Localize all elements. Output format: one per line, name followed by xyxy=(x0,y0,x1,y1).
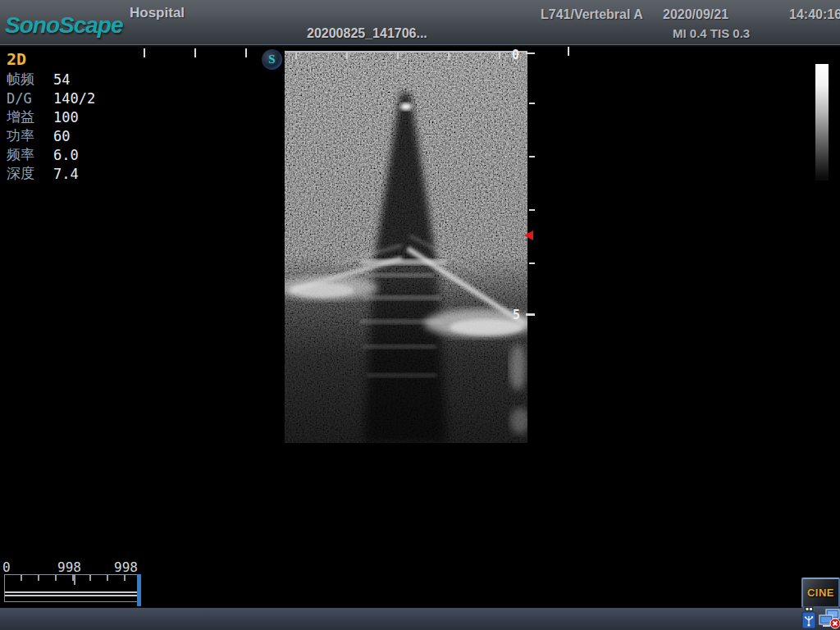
width-ruler-tick xyxy=(568,47,569,56)
mode-label: 2D xyxy=(7,49,95,70)
exam-date: 2020/09/21 xyxy=(663,7,728,22)
depth-ruler-major-tick xyxy=(526,313,535,316)
orientation-letter: S xyxy=(268,52,275,66)
param-label: 功率 xyxy=(7,126,53,145)
taskbar xyxy=(0,608,840,630)
cine-ruler-mid-tick xyxy=(74,575,75,585)
param-value: 6.0 xyxy=(53,147,79,163)
param-value: 140/2 xyxy=(53,90,95,107)
depth-ruler-tick xyxy=(529,262,535,264)
exam-id: 20200825_141706... xyxy=(307,26,427,41)
depth-ruler-five-label: 5 xyxy=(513,308,520,322)
width-ruler-tick xyxy=(245,48,247,57)
depth-ruler-tick xyxy=(529,103,535,104)
width-ruler-ticks xyxy=(285,52,527,59)
image-params-panel: 2D 帧频 54 D/G 140/2 增益 100 功率 60 频率 6.0 深… xyxy=(7,49,95,183)
probe-preset-label: L741/Vertebral A xyxy=(541,7,643,22)
param-row-framerate: 帧频 54 xyxy=(7,70,95,89)
focus-marker-icon xyxy=(524,231,533,240)
width-ruler-tick xyxy=(194,48,196,57)
cine-button-label: CINE xyxy=(807,587,834,599)
cine-start-label: 0 xyxy=(2,559,11,575)
param-row-power: 功率 60 xyxy=(7,126,95,145)
cine-progress-bar[interactable] xyxy=(4,574,140,602)
top-bar: SonoScape Hospital L741/Vertebral A 2020… xyxy=(0,0,840,45)
mi-tis-indicator: MI 0.4 TIS 0.3 xyxy=(673,26,750,40)
param-label: 频率 xyxy=(7,145,53,164)
network-disconnected-icon[interactable] xyxy=(818,608,840,630)
cine-button[interactable]: CINE xyxy=(801,578,840,608)
probe-orientation-marker-icon: S xyxy=(262,49,282,70)
param-label: 深度 xyxy=(7,164,53,183)
depth-ruler-major-tick xyxy=(526,52,535,54)
grayscale-bar xyxy=(815,64,829,180)
ultrasound-speckle-graphic xyxy=(285,52,527,443)
param-label: 增益 xyxy=(7,107,53,126)
brand-logo: SonoScape xyxy=(5,12,122,39)
ultrasound-screen: SonoScape Hospital L741/Vertebral A 2020… xyxy=(0,0,840,630)
param-label: D/G xyxy=(7,90,53,107)
cine-ruler-ticks xyxy=(5,575,139,581)
depth-ruler-tick xyxy=(529,156,535,158)
param-value: 54 xyxy=(53,71,70,88)
depth-ruler-zero-label: 0 xyxy=(512,48,519,62)
cine-track-line xyxy=(5,591,139,593)
param-value: 100 xyxy=(53,109,79,126)
ultrasound-image xyxy=(285,52,527,443)
cine-total-label: 998 xyxy=(57,559,81,575)
param-row-depth: 深度 7.4 xyxy=(7,164,95,183)
width-ruler-tick xyxy=(144,48,145,57)
param-value: 60 xyxy=(53,128,70,144)
clock-time: 14:40:16 xyxy=(789,7,840,22)
cine-track-line xyxy=(5,595,139,596)
param-row-frequency: 频率 6.0 xyxy=(7,145,95,164)
param-row-dg: D/G 140/2 xyxy=(7,89,95,107)
param-label: 帧频 xyxy=(7,70,53,89)
param-value: 7.4 xyxy=(53,166,79,182)
cine-position-marker[interactable] xyxy=(137,574,141,606)
usb-device-icon[interactable] xyxy=(800,606,818,630)
cine-current-label: 998 xyxy=(114,559,138,575)
hospital-name: Hospital xyxy=(130,5,185,21)
depth-ruler-tick xyxy=(529,209,535,211)
param-row-gain: 增益 100 xyxy=(7,107,95,126)
